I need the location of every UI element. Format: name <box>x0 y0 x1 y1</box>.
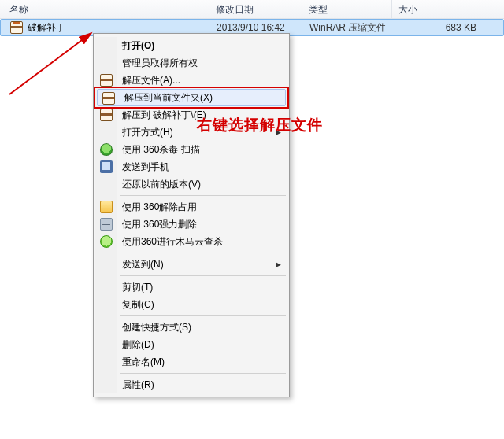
folder-icon <box>100 201 113 213</box>
cloud-scan-icon <box>100 235 113 248</box>
menu-admin-own[interactable]: 管理员取得所有权 <box>95 54 287 72</box>
menu-send-to[interactable]: 发送到(N) <box>95 256 287 273</box>
file-size: 683 KB <box>393 20 500 35</box>
file-type: WinRAR 压缩文件 <box>303 20 393 35</box>
menu-extract-to-folder[interactable]: 解压到 破解补丁\(E) <box>95 106 287 124</box>
header-type[interactable]: 类型 <box>302 0 392 18</box>
menu-separator <box>120 373 286 374</box>
menu-separator <box>120 195 286 196</box>
menu-separator <box>120 275 286 276</box>
file-name: 破解补丁 <box>28 20 65 35</box>
shield-icon <box>100 143 113 156</box>
shredder-icon <box>100 218 113 231</box>
menu-delete[interactable]: 删除(D) <box>95 336 287 353</box>
menu-360-cloudscan[interactable]: 使用360进行木马云查杀 <box>95 233 287 250</box>
rar-icon <box>100 74 113 87</box>
menu-copy[interactable]: 复制(C) <box>95 296 287 313</box>
header-size[interactable]: 大小 <box>392 0 501 18</box>
annotation-arrow <box>6 28 98 99</box>
menu-restore-version[interactable]: 还原以前的版本(V) <box>95 175 287 193</box>
menu-open[interactable]: 打开(O) <box>95 37 287 54</box>
menu-cut[interactable]: 剪切(T) <box>95 279 287 296</box>
phone-icon <box>100 160 113 173</box>
menu-separator <box>120 315 286 316</box>
menu-separator <box>120 253 286 253</box>
rar-icon <box>100 109 113 121</box>
menu-create-shortcut[interactable]: 创建快捷方式(S) <box>95 319 287 336</box>
context-menu: 打开(O) 管理员取得所有权 解压文件(A)... 解压到当前文件夹(X) 解压… <box>93 33 290 397</box>
menu-extract-files[interactable]: 解压文件(A)... <box>95 72 287 89</box>
menu-open-with[interactable]: 打开方式(H) <box>95 124 287 141</box>
menu-360-unlock[interactable]: 使用 360解除占用 <box>95 198 287 216</box>
menu-send-phone[interactable]: 发送到手机 <box>95 158 287 175</box>
explorer-column-header: 名称 修改日期 类型 大小 <box>0 0 504 19</box>
rar-icon <box>102 92 115 105</box>
header-date[interactable]: 修改日期 <box>209 0 302 18</box>
rar-archive-icon <box>10 21 23 34</box>
svg-line-0 <box>9 33 91 94</box>
menu-extract-here[interactable]: 解压到当前文件夹(X) <box>97 89 286 106</box>
menu-rename[interactable]: 重命名(M) <box>95 353 287 371</box>
header-name[interactable]: 名称 <box>3 0 209 18</box>
menu-360-shred[interactable]: 使用 360强力删除 <box>95 216 287 233</box>
menu-properties[interactable]: 属性(R) <box>95 376 287 393</box>
menu-360-scan[interactable]: 使用 360杀毒 扫描 <box>95 141 287 158</box>
